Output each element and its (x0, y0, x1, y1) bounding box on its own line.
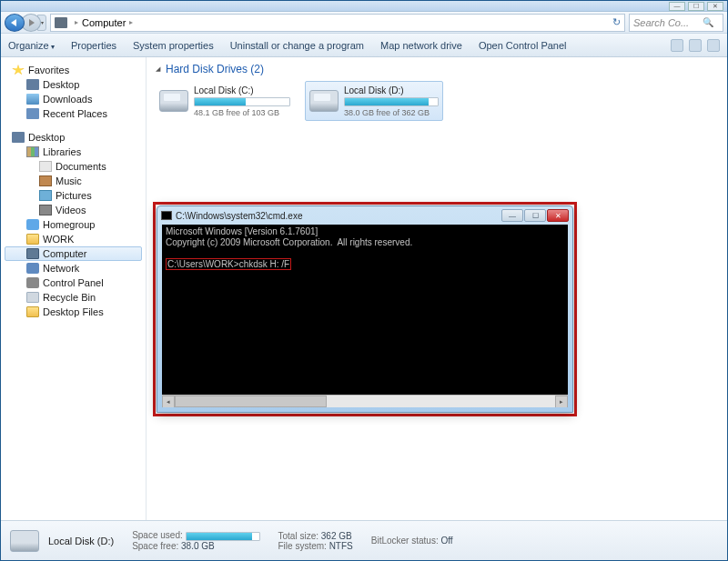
drive-free-text: 48.1 GB free of 103 GB (194, 108, 290, 117)
sidebar-videos[interactable]: Videos (5, 203, 142, 217)
breadcrumb-item[interactable]: Computer (82, 17, 126, 28)
drive-icon (309, 90, 339, 112)
uninstall-button[interactable]: Uninstall or change a program (230, 40, 364, 51)
close-button[interactable]: ✕ (707, 2, 723, 11)
sidebar-favorites[interactable]: Favorites (5, 63, 142, 77)
scroll-thumb[interactable] (175, 396, 327, 407)
sidebar-label: Computer (43, 248, 86, 259)
folder-icon (26, 306, 39, 317)
sidebar-label: Control Panel (43, 277, 104, 288)
properties-button[interactable]: Properties (71, 40, 116, 51)
desktop-icon (26, 79, 39, 90)
minimize-button[interactable]: — (669, 2, 685, 11)
sidebar-label: Documents (56, 161, 106, 172)
sidebar-recycle-bin[interactable]: Recycle Bin (5, 290, 142, 305)
organize-menu[interactable]: Organize (8, 40, 55, 51)
address-bar[interactable]: ▸ Computer ▸ ↻ (50, 14, 625, 32)
status-value: Off (440, 536, 452, 546)
status-drive-name: Local Disk (D:) (48, 536, 114, 546)
help-icon[interactable] (707, 39, 720, 52)
sidebar-music[interactable]: Music (5, 174, 142, 188)
cmd-line: Microsoft Windows [Version 6.1.7601] (166, 226, 318, 236)
computer-icon (55, 17, 67, 28)
section-header[interactable]: Hard Disk Drives (2) (156, 63, 718, 75)
sidebar-recent-places[interactable]: Recent Places (5, 106, 142, 121)
cmd-line: Copyright (c) 2009 Microsoft Corporation… (166, 237, 412, 247)
pictures-icon (39, 190, 52, 201)
status-space-bar (186, 532, 260, 541)
desktop-icon (12, 132, 25, 143)
cmd-close-button[interactable]: ✕ (547, 209, 569, 222)
scroll-left-button[interactable]: ◂ (162, 396, 175, 407)
sidebar-homegroup[interactable]: Homegroup (5, 217, 142, 232)
system-properties-button[interactable]: System properties (133, 40, 214, 51)
status-label: BitLocker status: (371, 536, 439, 546)
computer-icon (26, 248, 39, 259)
sidebar-pictures[interactable]: Pictures (5, 188, 142, 203)
sidebar-documents[interactable]: Documents (5, 159, 142, 174)
sidebar-label: Recycle Bin (43, 292, 96, 303)
libraries-icon (26, 146, 39, 157)
drive-space-bar (194, 97, 290, 106)
search-icon: 🔍 (703, 17, 715, 28)
cmd-titlebar[interactable]: C:\Windows\system32\cmd.exe — ☐ ✕ (157, 206, 572, 225)
breadcrumb-sep: ▸ (129, 18, 133, 26)
sidebar-network[interactable]: Network (5, 261, 142, 275)
user-icon (26, 234, 39, 245)
map-network-button[interactable]: Map network drive (380, 40, 462, 51)
cmd-maximize-button[interactable]: ☐ (524, 209, 546, 222)
sidebar-label: Desktop (43, 79, 79, 90)
sidebar-control-panel[interactable]: Control Panel (5, 275, 142, 290)
section-title: Hard Disk Drives (2) (166, 63, 264, 75)
drive-name: Local Disk (C:) (194, 85, 290, 95)
cmd-console[interactable]: Microsoft Windows [Version 6.1.7601] Cop… (162, 225, 568, 407)
cmd-window[interactable]: C:\Windows\system32\cmd.exe — ☐ ✕ Micros… (157, 205, 573, 413)
cmd-scrollbar[interactable]: ◂▸ (162, 395, 568, 407)
details-pane: Local Disk (D:) Space used: Space free: … (1, 520, 727, 560)
back-button[interactable] (5, 14, 25, 32)
status-value: NTFS (329, 541, 353, 551)
sidebar-desktop[interactable]: Desktop (5, 77, 142, 92)
sidebar-libraries[interactable]: Libraries (5, 145, 142, 159)
drive-icon (159, 90, 188, 112)
window-titlebar: — ☐ ✕ (1, 1, 727, 12)
sidebar-label: Homegroup (43, 219, 95, 230)
maximize-button[interactable]: ☐ (688, 2, 704, 11)
recycle-bin-icon (26, 292, 39, 303)
recent-icon (26, 108, 39, 119)
status-label: File system: (278, 541, 327, 551)
sidebar-work[interactable]: WORK (5, 232, 142, 246)
drive-icon (10, 530, 39, 552)
sidebar-computer[interactable]: Computer (5, 246, 142, 261)
refresh-icon[interactable]: ↻ (612, 16, 621, 28)
sidebar-downloads[interactable]: Downloads (5, 92, 142, 106)
status-label: Space free: (132, 541, 178, 551)
drive-free-text: 38.0 GB free of 362 GB (344, 108, 439, 117)
navigation-bar: ▾ ▸ Computer ▸ ↻ Search Co... 🔍 (1, 12, 727, 34)
status-value: 362 GB (321, 531, 352, 541)
sidebar-label: Downloads (43, 94, 92, 105)
status-label: Space used: (132, 530, 183, 540)
videos-icon (39, 205, 52, 215)
scroll-right-button[interactable]: ▸ (555, 396, 568, 407)
search-input[interactable]: Search Co... 🔍 (629, 14, 723, 32)
highlight-annotation: C:\Windows\system32\cmd.exe — ☐ ✕ Micros… (153, 202, 577, 416)
sidebar-desktop-files[interactable]: Desktop Files (5, 305, 142, 319)
drive-d[interactable]: Local Disk (D:) 38.0 GB free of 362 GB (305, 81, 443, 121)
sidebar-label: Pictures (56, 190, 92, 201)
breadcrumb-sep: ▸ (75, 18, 78, 26)
sidebar-desktop-root[interactable]: Desktop (5, 130, 142, 145)
homegroup-icon (26, 219, 39, 230)
control-panel-icon (26, 277, 39, 288)
documents-icon (39, 161, 52, 172)
view-options-icon[interactable] (671, 39, 683, 52)
open-control-panel-button[interactable]: Open Control Panel (479, 40, 567, 51)
search-placeholder: Search Co... (633, 17, 689, 28)
cmd-icon (161, 211, 172, 220)
downloads-icon (26, 94, 39, 105)
drive-c[interactable]: Local Disk (C:) 48.1 GB free of 103 GB (156, 81, 294, 121)
sidebar-label: Desktop (28, 132, 65, 143)
preview-pane-icon[interactable] (689, 39, 702, 52)
sidebar-label: Music (56, 175, 82, 186)
cmd-minimize-button[interactable]: — (501, 209, 523, 222)
